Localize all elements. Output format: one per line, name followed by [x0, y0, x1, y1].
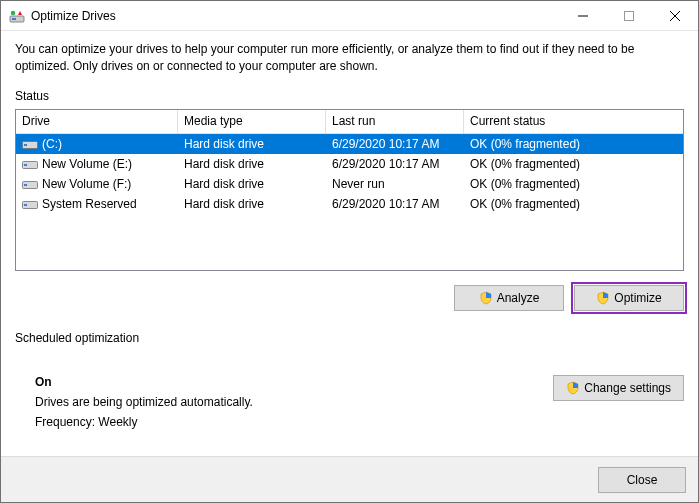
svg-rect-5 [24, 144, 27, 146]
svg-rect-9 [24, 184, 27, 186]
drive-media: Hard disk drive [178, 134, 326, 154]
list-header[interactable]: Drive Media type Last run Current status [16, 110, 683, 134]
table-row[interactable]: System ReservedHard disk drive6/29/2020 … [16, 194, 683, 214]
drive-icon [22, 158, 38, 170]
svg-rect-11 [24, 204, 27, 206]
drive-status: OK (0% fragmented) [464, 174, 674, 194]
change-settings-label: Change settings [584, 381, 671, 395]
description-text: You can optimize your drives to help you… [15, 41, 684, 75]
col-last[interactable]: Last run [326, 110, 464, 134]
drive-name: System Reserved [42, 197, 137, 211]
table-row[interactable]: (C:)Hard disk drive6/29/2020 10:17 AMOK … [16, 134, 683, 154]
drive-last: 6/29/2020 10:17 AM [326, 154, 464, 174]
drive-icon [22, 198, 38, 210]
change-settings-button[interactable]: Change settings [553, 375, 684, 401]
app-icon [9, 8, 25, 24]
svg-rect-3 [625, 11, 634, 20]
drive-status: OK (0% fragmented) [464, 194, 674, 214]
drive-media: Hard disk drive [178, 154, 326, 174]
table-row[interactable]: New Volume (F:)Hard disk driveNever runO… [16, 174, 683, 194]
drive-last: 6/29/2020 10:17 AM [326, 194, 464, 214]
col-media[interactable]: Media type [178, 110, 326, 134]
drive-name: New Volume (E:) [42, 157, 132, 171]
shield-icon [479, 291, 493, 305]
minimize-button[interactable] [560, 1, 606, 31]
table-row[interactable]: New Volume (E:)Hard disk drive6/29/2020 … [16, 154, 683, 174]
close-label: Close [627, 473, 658, 487]
drive-status: OK (0% fragmented) [464, 154, 674, 174]
drive-name: New Volume (F:) [42, 177, 131, 191]
maximize-button[interactable] [606, 1, 652, 31]
svg-rect-7 [24, 164, 27, 166]
optimize-label: Optimize [614, 291, 661, 305]
shield-icon [566, 381, 580, 395]
drive-media: Hard disk drive [178, 174, 326, 194]
drives-list: Drive Media type Last run Current status… [15, 109, 684, 271]
footer: Close [1, 456, 698, 502]
analyze-button[interactable]: Analyze [454, 285, 564, 311]
window-title: Optimize Drives [31, 9, 116, 23]
svg-point-2 [11, 10, 15, 14]
schedule-desc: Drives are being optimized automatically… [35, 395, 553, 409]
schedule-on: On [35, 375, 553, 389]
close-button[interactable] [652, 1, 698, 31]
drive-status: OK (0% fragmented) [464, 134, 674, 154]
close-footer-button[interactable]: Close [598, 467, 686, 493]
analyze-label: Analyze [497, 291, 540, 305]
drive-media: Hard disk drive [178, 194, 326, 214]
drive-icon [22, 138, 38, 150]
schedule-freq: Frequency: Weekly [35, 415, 553, 429]
drive-icon [22, 178, 38, 190]
titlebar: Optimize Drives [1, 1, 698, 31]
drive-name: (C:) [42, 137, 62, 151]
shield-icon [596, 291, 610, 305]
status-label: Status [15, 89, 684, 103]
optimize-button[interactable]: Optimize [574, 285, 684, 311]
svg-rect-1 [12, 18, 16, 20]
col-status[interactable]: Current status [464, 110, 683, 134]
scheduled-label: Scheduled optimization [15, 331, 684, 345]
drive-last: 6/29/2020 10:17 AM [326, 134, 464, 154]
drive-last: Never run [326, 174, 464, 194]
col-drive[interactable]: Drive [16, 110, 178, 134]
